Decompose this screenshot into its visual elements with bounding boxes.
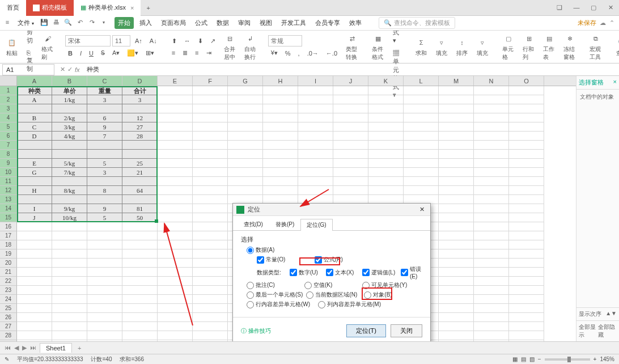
redo-icon[interactable]: ↷ [87, 17, 97, 27]
cell[interactable] [333, 159, 368, 168]
cell[interactable] [404, 141, 439, 150]
cell[interactable] [17, 141, 52, 150]
filter-button[interactable]: ▿填充 [474, 35, 491, 58]
feedback-icon[interactable]: ❏ [551, 4, 568, 11]
cell[interactable] [368, 86, 404, 95]
cell[interactable] [439, 168, 474, 177]
align-middle-button[interactable]: ↔ [181, 36, 193, 46]
col-header-D[interactable]: D [122, 76, 158, 86]
row-header-24[interactable]: 24 [0, 295, 17, 304]
cell[interactable]: 6 [87, 113, 122, 122]
cell[interactable] [474, 231, 509, 240]
row-header-13[interactable]: 13 [0, 195, 17, 204]
cell[interactable] [474, 141, 509, 150]
cell[interactable] [17, 286, 52, 295]
row-header-7[interactable]: 7 [0, 141, 17, 150]
cell[interactable] [509, 95, 544, 104]
cell[interactable] [298, 104, 333, 113]
cell[interactable] [474, 259, 509, 268]
col-header-A[interactable]: A [17, 76, 52, 86]
cell[interactable] [474, 277, 509, 286]
check-formula[interactable]: 公式(R) [315, 256, 343, 264]
col-header-O[interactable]: O [509, 76, 544, 86]
cell[interactable] [474, 95, 509, 104]
menu-view[interactable]: 视图 [256, 17, 275, 29]
cell[interactable]: 4/kg [52, 132, 87, 141]
cell[interactable] [439, 86, 474, 95]
cell[interactable] [333, 186, 368, 195]
cell[interactable] [87, 277, 122, 286]
zoom-in-button[interactable]: + [593, 356, 597, 362]
cell[interactable]: 81 [122, 204, 158, 213]
cell[interactable] [333, 141, 368, 150]
cell[interactable] [509, 213, 544, 222]
dialog-ok-button[interactable]: 定位(T) [346, 324, 386, 337]
cell[interactable] [52, 240, 87, 249]
cell[interactable] [263, 122, 298, 132]
cell[interactable] [158, 186, 193, 195]
cell[interactable] [228, 168, 263, 177]
cell[interactable] [158, 213, 193, 222]
cell[interactable] [439, 340, 474, 341]
cell[interactable] [158, 340, 193, 341]
cell[interactable] [87, 313, 122, 322]
cell[interactable] [122, 322, 158, 331]
italic-button[interactable]: I [77, 48, 84, 58]
col-header-G[interactable]: G [228, 76, 263, 86]
cell[interactable] [158, 122, 193, 132]
command-search[interactable]: 🔍 查找命令、搜索模板 [379, 17, 455, 29]
cell[interactable] [158, 86, 193, 95]
cell[interactable] [509, 240, 544, 249]
cell[interactable] [228, 132, 263, 141]
cell[interactable] [474, 122, 509, 132]
zoom-level[interactable]: 145% [600, 356, 614, 362]
number-format-select[interactable]: 常规 [268, 35, 302, 46]
cell[interactable] [193, 195, 228, 204]
cell[interactable] [87, 195, 122, 204]
cell[interactable] [87, 231, 122, 240]
cell[interactable] [404, 86, 439, 95]
cell[interactable] [298, 141, 333, 150]
cell[interactable]: 21 [122, 168, 158, 177]
row-header-9[interactable]: 9 [0, 159, 17, 168]
cell[interactable] [263, 95, 298, 104]
file-tab-active[interactable]: ▦种类单价.xlsx× [74, 0, 141, 16]
cell[interactable] [87, 340, 122, 341]
menu-member[interactable]: 会员专享 [312, 17, 344, 29]
cell[interactable]: 3 [87, 168, 122, 177]
cell[interactable] [298, 95, 333, 104]
cell[interactable]: 3 [87, 95, 122, 104]
cell[interactable] [368, 159, 404, 168]
cell[interactable] [17, 322, 52, 331]
cell[interactable] [263, 113, 298, 122]
view-page-icon[interactable]: ▤ [521, 356, 526, 362]
cell[interactable] [87, 240, 122, 249]
cell[interactable] [158, 195, 193, 204]
tips-link[interactable]: ⓘ操作技巧 [241, 327, 271, 335]
cell[interactable] [158, 168, 193, 177]
maximize-button[interactable]: ▢ [585, 4, 602, 11]
menu-dev[interactable]: 开发工具 [278, 17, 310, 29]
cell[interactable] [298, 168, 333, 177]
cell[interactable] [474, 213, 509, 222]
cell[interactable]: 50 [122, 213, 158, 222]
cell[interactable] [122, 331, 158, 340]
cell[interactable] [122, 222, 158, 231]
cell[interactable] [333, 104, 368, 113]
format-painter-button[interactable]: 🖌格式刷 [39, 31, 56, 62]
cell[interactable] [122, 286, 158, 295]
align-right-button[interactable]: ≡ [192, 48, 201, 58]
font-name-select[interactable]: 宋体 [65, 35, 111, 46]
cell[interactable] [17, 331, 52, 340]
dialog-tab-find[interactable]: 查找(D) [238, 218, 269, 230]
freeze-button[interactable]: ❄冻结窗格 [561, 31, 578, 62]
cell[interactable] [52, 268, 87, 277]
macro-button[interactable]: ⧉宏观工具 [587, 31, 604, 62]
cell[interactable] [439, 132, 474, 141]
dec-dec-button[interactable]: ←.0 [323, 48, 340, 58]
cell[interactable] [193, 304, 228, 313]
cell[interactable] [228, 95, 263, 104]
col-header-J[interactable]: J [333, 76, 368, 86]
cell[interactable]: 单价 [52, 86, 87, 95]
cell[interactable] [439, 322, 474, 331]
